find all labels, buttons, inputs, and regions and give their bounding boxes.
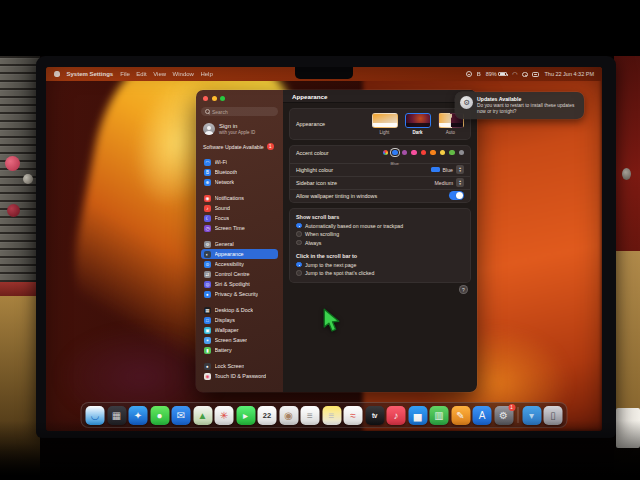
sidebar-item-label: Bluetooth — [215, 169, 238, 175]
sidebar-item-battery[interactable]: ▮Battery — [201, 345, 278, 355]
notifications-icon: ◉ — [204, 195, 211, 202]
zoom-window-button[interactable] — [220, 96, 225, 101]
dock-app-keynote[interactable]: ▅ — [408, 406, 427, 425]
sidebar-item-label: Battery — [215, 347, 232, 353]
scroll-bars-card: Show scroll bars Automatically based on … — [289, 208, 471, 284]
dock-app-app-store[interactable]: A — [473, 406, 492, 425]
sidebar-item-displays[interactable]: □Displays — [201, 315, 278, 325]
dock-app-voice-memos[interactable]: ≈ — [344, 406, 363, 425]
screen-saver-icon: ✶ — [204, 337, 211, 344]
sidebar-item-lock-screen[interactable]: ●Lock Screen — [201, 361, 278, 371]
sidebar-item-general[interactable]: ⚙General — [201, 239, 278, 249]
menu-view[interactable]: View — [153, 71, 166, 77]
accent-colour-pink[interactable] — [411, 150, 417, 156]
radio-jump-to-the-spot-that-s-clicked[interactable]: Jump to the spot that's clicked — [296, 270, 464, 276]
menu-app-name[interactable]: System Settings — [67, 71, 114, 77]
sidebar-icon-size-select[interactable]: Medium — [435, 178, 464, 187]
sidebar-item-privacy-security[interactable]: ●Privacy & Security — [201, 289, 278, 299]
dock-app-facetime[interactable]: ▸ — [236, 406, 255, 425]
sidebar-item-wallpaper[interactable]: ▣Wallpaper — [201, 325, 278, 335]
dock-app-maps[interactable]: ▲ — [193, 406, 212, 425]
radio-jump-to-the-next-page[interactable]: Jump to the next page — [296, 262, 464, 268]
dock-app-finder[interactable]: ◡ — [86, 406, 105, 425]
sign-in-row[interactable]: Sign in with your Apple ID — [201, 123, 278, 135]
sidebar-item-screen-saver[interactable]: ✶Screen Saver — [201, 335, 278, 345]
macbook-screen: System Settings FileEditViewWindowHelp B… — [46, 67, 602, 431]
accent-colour-multicolour[interactable] — [383, 150, 389, 156]
sidebar-item-screen-time[interactable]: ◷Screen Time — [201, 223, 278, 233]
highlight-swatch — [431, 167, 440, 172]
menu-window[interactable]: Window — [173, 71, 194, 77]
colours-card: Accent colour Blue Highlight colour — [289, 145, 471, 203]
sidebar-item-network[interactable]: ⊕Network — [201, 177, 278, 187]
sidebar-item-notifications[interactable]: ◉Notifications — [201, 193, 278, 203]
sidebar-item-accessibility[interactable]: ⊙Accessibility — [201, 259, 278, 269]
appearance-option-dark[interactable]: Dark — [404, 113, 431, 135]
sidebar-item-wi-fi[interactable]: ◠Wi-Fi — [201, 157, 278, 167]
dock-app-safari[interactable]: ✦ — [129, 406, 148, 425]
notification-banner[interactable]: ⚙ Updates Available Do you want to resta… — [455, 92, 584, 119]
accent-colour-purple[interactable] — [402, 150, 408, 156]
radio-always[interactable]: Always — [296, 240, 464, 246]
bluetooth-icon[interactable]: B — [477, 71, 481, 77]
dock-app-system-settings[interactable]: ⚙1 — [494, 406, 513, 425]
dock-app-mail[interactable]: ✉ — [172, 406, 191, 425]
dock-app-trash[interactable]: ▯ — [544, 406, 563, 425]
accent-colour-orange[interactable] — [430, 150, 436, 156]
dock-divider — [517, 407, 518, 423]
sidebar-item-label: Accessibility — [215, 261, 244, 267]
appearance-option-light[interactable]: Light — [371, 113, 398, 135]
sidebar-item-siri-spotlight[interactable]: ◎Siri & Spotlight — [201, 279, 278, 289]
menu-file[interactable]: File — [120, 71, 130, 77]
sidebar-item-touch-id-password[interactable]: ◉Touch ID & Password — [201, 371, 278, 381]
radio-when-scrolling[interactable]: When scrolling — [296, 231, 464, 237]
menu-clock[interactable]: Thu 22 Jun 4:32 PM — [544, 71, 594, 77]
highlight-colour-select[interactable]: Blue — [431, 165, 464, 174]
dock-app-downloads[interactable]: ▾ — [522, 406, 541, 425]
dock-app-pages[interactable]: ✎ — [451, 406, 470, 425]
dock-app-messages[interactable]: ● — [150, 406, 169, 425]
accent-colour-red[interactable] — [421, 150, 427, 156]
sidebar-item-sound[interactable]: ♪Sound — [201, 203, 278, 213]
wi-fi-icon: ◠ — [204, 159, 211, 166]
accent-colour-blue[interactable] — [392, 150, 398, 156]
dock-app-tv[interactable]: tv — [365, 406, 384, 425]
menu-edit[interactable]: Edit — [136, 71, 146, 77]
search-icon — [205, 109, 209, 113]
dock-app-calendar[interactable]: 22 — [258, 406, 277, 425]
dock-app-photos[interactable]: ✳ — [215, 406, 234, 425]
dock-app-launchpad[interactable]: ▦ — [107, 406, 126, 425]
spotlight-icon[interactable] — [522, 72, 527, 77]
wifi-icon[interactable]: ◠ — [512, 72, 517, 76]
sidebar-item-appearance[interactable]: ◐Appearance — [201, 249, 278, 259]
dock-app-notes[interactable]: ≡ — [322, 406, 341, 425]
stepper-icon — [456, 178, 464, 187]
apple-logo-icon[interactable] — [54, 71, 60, 78]
dock-app-music[interactable]: ♪ — [387, 406, 406, 425]
updates-status-icon[interactable] — [466, 71, 472, 77]
dock-app-numbers[interactable]: ▥ — [430, 406, 449, 425]
desktop-dock-icon: ▦ — [204, 307, 211, 314]
sidebar-search[interactable] — [201, 107, 278, 116]
software-update-row[interactable]: Software Update Available 1 — [201, 143, 278, 150]
search-input[interactable] — [212, 109, 274, 115]
help-button[interactable]: ? — [459, 285, 468, 294]
control-centre-icon[interactable] — [532, 72, 539, 77]
wallpaper-tinting-toggle[interactable] — [449, 191, 464, 200]
accent-colour-graphite[interactable] — [459, 150, 465, 156]
sidebar-item-label: Wallpaper — [215, 327, 239, 333]
menu-help[interactable]: Help — [200, 71, 212, 77]
close-window-button[interactable] — [203, 96, 208, 101]
dock-app-reminders[interactable]: ≡ — [301, 406, 320, 425]
desk-surface — [614, 251, 640, 411]
accent-colour-yellow[interactable] — [440, 150, 446, 156]
sidebar-item-desktop-dock[interactable]: ▦Desktop & Dock — [201, 305, 278, 315]
accent-colour-green[interactable] — [449, 150, 455, 156]
sidebar-item-focus[interactable]: ☾Focus — [201, 213, 278, 223]
battery-status[interactable]: 89% — [486, 71, 508, 77]
radio-automatically-based-on-mouse-or-trackpad[interactable]: Automatically based on mouse or trackpad — [296, 223, 464, 229]
sidebar-item-bluetooth[interactable]: BBluetooth — [201, 167, 278, 177]
dock-app-contacts[interactable]: ◉ — [279, 406, 298, 425]
minimize-window-button[interactable] — [212, 96, 217, 101]
sidebar-item-control-centre[interactable]: ⇄Control Centre — [201, 269, 278, 279]
